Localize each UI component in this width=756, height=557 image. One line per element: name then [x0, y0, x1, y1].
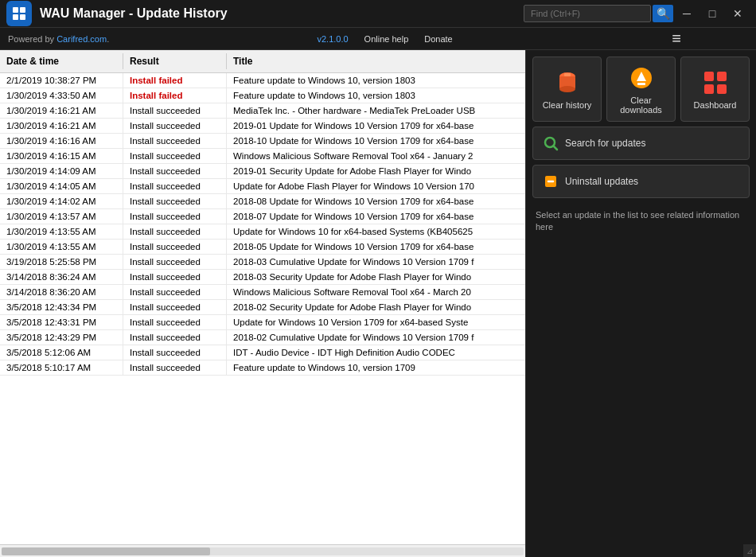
cell-date: 1/30/2019 4:14:05 AM	[0, 179, 123, 193]
table-row[interactable]: 1/30/2019 4:16:21 AMInstall succeeded201…	[0, 119, 525, 134]
action-buttons-row: Clear history Clear downloads	[532, 56, 750, 122]
table-row[interactable]: 3/19/2018 5:25:58 PMInstall succeeded201…	[0, 255, 525, 270]
cell-date: 3/5/2018 12:43:31 PM	[0, 315, 123, 329]
cell-title: Update for Adobe Flash Player for Window…	[227, 179, 525, 193]
uninstall-updates-icon	[543, 173, 559, 189]
cell-title: Feature update to Windows 10, version 17…	[227, 360, 525, 375]
close-button[interactable]: ✕	[726, 5, 750, 22]
online-help-link[interactable]: Online help	[364, 34, 409, 44]
cell-date: 1/30/2019 4:16:16 AM	[0, 134, 123, 148]
title-bar-controls: 🔍 ─ □ ✕	[524, 5, 750, 22]
table-row[interactable]: 3/5/2018 5:10:17 AMInstall succeededFeat…	[0, 360, 525, 376]
table-row[interactable]: 3/5/2018 5:12:06 AMInstall succeededIDT …	[0, 345, 525, 360]
scroll-thumb[interactable]	[2, 547, 210, 555]
cell-date: 3/5/2018 12:43:34 PM	[0, 300, 123, 314]
svg-rect-14	[717, 84, 727, 94]
cell-title: 2019-01 Security Update for Adobe Flash …	[227, 164, 525, 178]
hamburger-menu-button[interactable]: ≡	[661, 28, 692, 50]
table-row[interactable]: 3/14/2018 8:36:24 AMInstall succeeded201…	[0, 270, 525, 285]
cell-result: Install succeeded	[123, 164, 227, 178]
cell-result: Install failed	[123, 88, 227, 103]
cell-result: Install succeeded	[123, 255, 227, 269]
search-input[interactable]	[524, 5, 651, 22]
dashboard-button[interactable]: Dashboard	[680, 56, 750, 122]
table-body[interactable]: 2/1/2019 10:38:27 PMInstall failedFeatur…	[0, 73, 525, 544]
cell-result: Install succeeded	[123, 360, 227, 375]
cell-result: Install succeeded	[123, 103, 227, 118]
svg-point-6	[559, 86, 575, 92]
cell-title: Update for Windows 10 Version 1709 for x…	[227, 315, 525, 329]
search-icon: 🔍	[657, 7, 670, 20]
info-text: Select an update in the list to see rela…	[532, 203, 750, 240]
table-row[interactable]: 1/30/2019 4:13:55 AMInstall succeeded201…	[0, 240, 525, 255]
maximize-button[interactable]: □	[700, 5, 724, 22]
dashboard-icon	[701, 68, 730, 97]
table-row[interactable]: 1/30/2019 4:14:05 AMInstall succeededUpd…	[0, 179, 525, 194]
cell-title: 2018-03 Cumulative Update for Windows 10…	[227, 255, 525, 269]
cell-title: 2018-02 Security Update for Adobe Flash …	[227, 300, 525, 314]
svg-rect-2	[13, 14, 18, 20]
table-row[interactable]: 1/30/2019 4:14:02 AMInstall succeeded201…	[0, 194, 525, 209]
search-updates-button[interactable]: Search for updates	[532, 127, 750, 160]
cell-result: Install succeeded	[123, 119, 227, 133]
search-button[interactable]: 🔍	[653, 5, 673, 22]
cell-result: Install succeeded	[123, 300, 227, 314]
table-row[interactable]: 2/1/2019 10:38:27 PMInstall failedFeatur…	[0, 73, 525, 88]
scroll-track[interactable]	[2, 547, 524, 555]
cell-date: 3/14/2018 8:36:24 AM	[0, 270, 123, 284]
table-row[interactable]: 1/30/2019 4:16:15 AMInstall succeededWin…	[0, 149, 525, 164]
table-row[interactable]: 1/30/2019 4:13:55 AMInstall succeededUpd…	[0, 224, 525, 240]
cell-result: Install succeeded	[123, 315, 227, 329]
cell-title: MediaTek Inc. - Other hardware - MediaTe…	[227, 103, 525, 118]
col-date: Date & time	[0, 53, 123, 69]
clear-history-button[interactable]: Clear history	[532, 56, 602, 122]
cell-title: Windows Malicious Software Removal Tool …	[227, 149, 525, 163]
cell-result: Install succeeded	[123, 345, 227, 360]
horizontal-scrollbar[interactable]	[0, 544, 525, 557]
table-row[interactable]: 1/30/2019 4:16:16 AMInstall succeeded201…	[0, 134, 525, 149]
cell-title: 2018-08 Update for Windows 10 Version 17…	[227, 194, 525, 208]
cell-result: Install succeeded	[123, 240, 227, 254]
cell-date: 3/5/2018 12:43:29 PM	[0, 330, 123, 345]
table-row[interactable]: 1/30/2019 4:13:57 AMInstall succeeded201…	[0, 209, 525, 224]
clear-downloads-button[interactable]: Clear downloads	[606, 56, 676, 122]
table-row[interactable]: 1/30/2019 4:14:09 AMInstall succeeded201…	[0, 164, 525, 179]
carifred-link[interactable]: Carifred.com	[57, 34, 107, 44]
cell-date: 2/1/2019 10:38:27 PM	[0, 73, 123, 88]
table-row[interactable]: 1/30/2019 4:33:50 AMInstall failedFeatur…	[0, 88, 525, 103]
cell-result: Install succeeded	[123, 270, 227, 284]
minimize-button[interactable]: ─	[675, 5, 699, 22]
logo-icon	[11, 6, 27, 21]
cell-title: 2018-05 Update for Windows 10 Version 17…	[227, 240, 525, 254]
cell-date: 1/30/2019 4:16:21 AM	[0, 119, 123, 133]
cell-date: 1/30/2019 4:14:09 AM	[0, 164, 123, 178]
cell-title: Windows Malicious Software Removal Tool …	[227, 285, 525, 299]
table-row[interactable]: 3/5/2018 12:43:29 PMInstall succeeded201…	[0, 330, 525, 345]
col-result: Result	[123, 53, 227, 69]
cell-title: 2019-01 Update for Windows 10 Version 17…	[227, 119, 525, 133]
clear-downloads-label: Clear downloads	[610, 95, 672, 115]
cell-date: 1/30/2019 4:13:57 AM	[0, 209, 123, 224]
clear-history-icon	[553, 68, 582, 97]
cell-result: Install succeeded	[123, 149, 227, 163]
donate-link[interactable]: Donate	[424, 34, 452, 44]
table-row[interactable]: 3/5/2018 12:43:34 PMInstall succeeded201…	[0, 300, 525, 315]
cell-title: Feature update to Windows 10, version 18…	[227, 88, 525, 103]
cell-result: Install succeeded	[123, 134, 227, 148]
table-row[interactable]: 3/5/2018 12:43:31 PMInstall succeededUpd…	[0, 315, 525, 330]
app-title: WAU Manager - Update History	[40, 6, 524, 21]
cell-date: 1/30/2019 4:13:55 AM	[0, 240, 123, 254]
resize-handle[interactable]: ⊿	[743, 544, 756, 557]
table-header: Date & time Result Title	[0, 50, 525, 73]
cell-date: 1/30/2019 4:33:50 AM	[0, 88, 123, 103]
left-panel: Date & time Result Title 2/1/2019 10:38:…	[0, 50, 525, 557]
cell-date: 3/14/2018 8:36:20 AM	[0, 285, 123, 299]
table-row[interactable]: 1/30/2019 4:16:21 AMInstall succeededMed…	[0, 103, 525, 119]
svg-rect-12	[717, 72, 727, 81]
svg-rect-10	[637, 83, 645, 85]
cell-result: Install failed	[123, 73, 227, 88]
cell-date: 1/30/2019 4:16:15 AM	[0, 149, 123, 163]
uninstall-updates-button[interactable]: Uninstall updates	[532, 165, 750, 198]
table-row[interactable]: 3/14/2018 8:36:20 AMInstall succeededWin…	[0, 285, 525, 300]
version-link[interactable]: v2.1.0.0	[317, 34, 348, 44]
